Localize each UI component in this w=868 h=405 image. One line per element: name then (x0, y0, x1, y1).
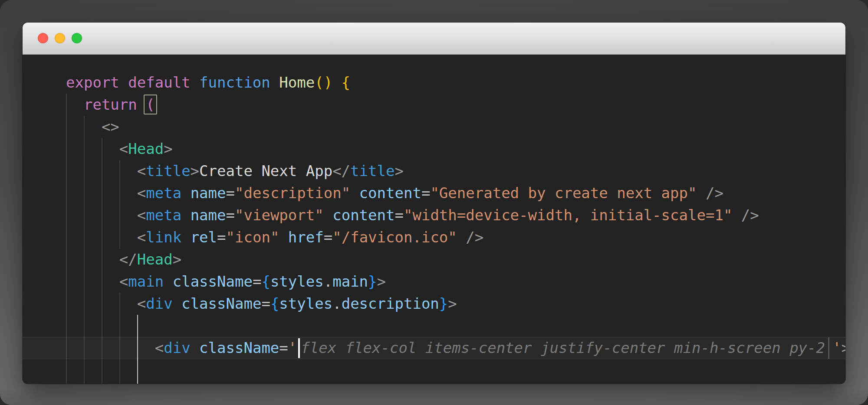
code-token: = (226, 184, 235, 202)
code-line[interactable]: <Head> (66, 138, 845, 160)
window-titlebar[interactable] (23, 23, 845, 55)
code-line[interactable]: </Head> (66, 248, 845, 271)
ai-ghost-suggestion[interactable]: flex flex-col items-center justify-cente… (301, 339, 825, 356)
code-line[interactable]: export default function Home() { (66, 72, 845, 94)
code-token (181, 229, 190, 246)
code-token (66, 229, 137, 246)
editor-window: export default function Home() { return … (23, 23, 845, 384)
code-token: = (217, 229, 226, 246)
code-line[interactable]: <> (66, 116, 845, 138)
code-token: > (842, 339, 846, 356)
code-token: name (191, 206, 226, 224)
code-token: < (137, 206, 146, 224)
code-token (181, 184, 190, 202)
code-token: </ (332, 162, 350, 180)
code-token: styles (270, 273, 324, 290)
code-token: function (199, 74, 279, 91)
code-token: title (146, 162, 190, 180)
code-editor[interactable]: export default function Home() { return … (23, 55, 845, 384)
code-token: "icon" (226, 229, 279, 246)
code-token: < (119, 140, 128, 157)
code-token: Head (137, 251, 173, 268)
code-token: Head (128, 140, 164, 157)
code-token: > (191, 162, 199, 180)
code-line[interactable] (66, 315, 845, 337)
code-token (732, 206, 741, 224)
code-token: Create Next App (199, 162, 332, 180)
code-token: /> (706, 184, 723, 202)
code-token (181, 206, 190, 224)
code-line[interactable]: <main className={styles.main}> (66, 271, 845, 293)
code-token: name (191, 184, 226, 202)
code-token: "/favicon.ico" (332, 229, 457, 246)
code-token: main (332, 273, 368, 290)
code-token: = (261, 295, 270, 312)
suggestion-divider (828, 337, 829, 359)
code-token (350, 184, 359, 202)
code-token: > (173, 251, 181, 268)
code-token: className (173, 273, 253, 290)
code-line[interactable]: <div className='flex flex-col items-cent… (66, 337, 845, 359)
code-token: <> (102, 118, 119, 135)
code-token: = (279, 339, 288, 356)
code-token: description (342, 295, 439, 312)
code-token: /> (741, 206, 759, 224)
code-token: } (368, 273, 377, 290)
code-line[interactable]: <meta name="description" content="Genera… (66, 182, 845, 204)
desktop-backdrop: export default function Home() { return … (0, 0, 868, 405)
code-token: < (155, 339, 164, 356)
code-token (164, 273, 172, 290)
code-token: = (324, 229, 332, 246)
code-token: return (84, 96, 146, 113)
minimize-button[interactable] (55, 33, 65, 43)
code-token: "width=device-width, initial-scale=1" (404, 206, 732, 224)
code-token: meta (146, 206, 181, 224)
text-cursor (298, 338, 300, 358)
code-line[interactable]: <title>Create Next App</title> (66, 160, 845, 182)
traffic-lights (38, 33, 82, 43)
code-token: link (146, 229, 181, 246)
code-token: { (270, 295, 279, 312)
code-token: /> (466, 229, 483, 246)
code-token (66, 184, 137, 202)
code-token: content (332, 206, 395, 224)
code-token: title (350, 162, 395, 180)
code-token (66, 295, 137, 312)
code-token: main (128, 273, 164, 290)
code-token: > (448, 295, 457, 312)
code-token: = (395, 206, 403, 224)
code-token: className (181, 295, 261, 312)
code-token (66, 273, 119, 290)
code-token (66, 118, 102, 135)
code-token: < (119, 273, 128, 290)
code-token: href (288, 229, 324, 246)
close-button[interactable] (38, 33, 48, 43)
code-token: div (146, 295, 172, 312)
code-token (66, 140, 119, 157)
code-token: < (137, 229, 146, 246)
code-line[interactable]: <link rel="icon" href="/favicon.ico" /> (66, 226, 845, 248)
code-token: = (253, 273, 261, 290)
code-token: "viewport" (235, 206, 324, 224)
code-token (66, 339, 155, 356)
code-token: styles (279, 295, 332, 312)
code-token: < (137, 162, 146, 180)
code-token (66, 251, 119, 268)
code-token: < (137, 295, 146, 312)
code-token (66, 162, 137, 180)
code-token: { (261, 273, 270, 290)
code-token: . (324, 273, 332, 290)
code-token: meta (146, 184, 181, 202)
code-line[interactable]: <div className={styles.description}> (66, 293, 845, 315)
code-token: Home (279, 74, 315, 91)
code-token: = (226, 206, 235, 224)
code-line[interactable]: <meta name="viewport" content="width=dev… (66, 204, 845, 226)
code-token: className (199, 339, 279, 356)
code-token: </ (119, 251, 137, 268)
code-content: export default function Home() { return … (66, 72, 845, 359)
zoom-button[interactable] (72, 33, 82, 43)
code-token: content (359, 184, 421, 202)
code-token: > (395, 162, 403, 180)
code-line[interactable]: return ( (66, 94, 845, 116)
code-token: div (164, 339, 190, 356)
